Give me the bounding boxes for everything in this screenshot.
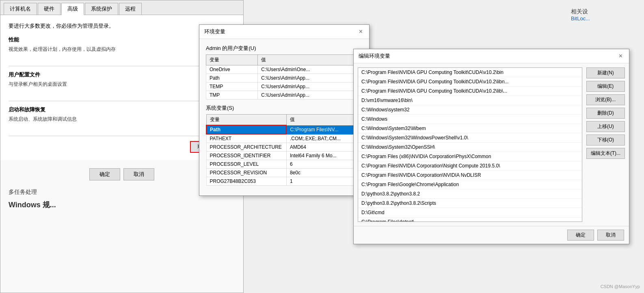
path-list-item[interactable]: C:\Program Files\NVIDIA Corporation\Nsig… (358, 161, 582, 171)
path-list-item[interactable]: C:\Program Files\NVIDIA GPU Computing To… (358, 68, 582, 77)
edit-env-footer: 确定 取消 (354, 226, 629, 244)
edit-buttons: 新建(N) 编辑(E) 浏览(B)... 删除(D) 上移(U) 下移(O) 编… (586, 67, 625, 222)
sys-vars-table: 变量 值 PathC:\Program Files\NV...PATHEXT.C… (206, 114, 363, 186)
tab-system-protection[interactable]: 系统保护 (85, 3, 118, 15)
env-dialog-title: 环境变量 (204, 28, 225, 35)
user-profile-desc: 与登录帐户相关的桌面设置 (9, 81, 67, 88)
performance-desc: 视觉效果，处理器计划，内存使用，以及虚拟内存 (9, 46, 116, 53)
path-list-item[interactable]: C:\Program Files\NVIDIA Corporation\NVID… (358, 171, 582, 180)
env-vars-dialog: 环境变量 × Admin 的用户变量(U) 变量 值 OneDriveC:\Us… (199, 24, 370, 196)
env-dialog-close[interactable]: × (357, 28, 364, 35)
edit-env-dialog: 编辑环境变量 × C:\Program Files\NVIDIA GPU Com… (353, 49, 629, 244)
windows-rules-label: Windows 规... (0, 200, 243, 210)
user-vars-label: Admin 的用户变量(U) (206, 45, 363, 52)
edit-path-btn[interactable]: 编辑(E) (586, 81, 625, 92)
user-var-col-header: 变量 (206, 55, 258, 65)
edit-env-close[interactable]: × (617, 52, 624, 60)
path-list-item[interactable]: D:\Git\cmd (358, 208, 582, 217)
delete-path-btn[interactable]: 删除(D) (586, 108, 625, 119)
path-list-item[interactable]: C:\Program Files\NVIDIA GPU Computing To… (358, 87, 582, 96)
path-list-item[interactable]: C:\Windows\system32 (358, 105, 582, 115)
user-val-col-header: 值 (258, 55, 363, 65)
path-list[interactable]: C:\Program Files\NVIDIA GPU Computing To… (358, 67, 582, 222)
path-list-item[interactable]: C:\Program Files\dotnet\ (358, 217, 582, 222)
user-vars-table: 变量 值 OneDriveC:\Users\Admin\One...PathC:… (206, 54, 363, 100)
tab-advanced[interactable]: 高级 (61, 3, 84, 15)
path-list-item[interactable]: C:\Program Files (x86)\NVIDIA Corporatio… (358, 152, 582, 161)
right-title: 相关设 (571, 8, 636, 15)
edit-env-cancel-btn[interactable]: 取消 (597, 230, 624, 241)
bitlocker-link[interactable]: BitLoc... (571, 15, 590, 22)
sys-var-row[interactable]: PROCESSOR_LEVEL6 (206, 160, 363, 169)
user-var-row[interactable]: TEMPC:\Users\Admin\App... (206, 82, 363, 91)
path-list-item[interactable]: C:\Windows\System32\WindowsPowerShell\v1… (358, 133, 582, 143)
env-dialog-content: Admin 的用户变量(U) 变量 值 OneDriveC:\Users\Adm… (199, 39, 369, 195)
path-list-item[interactable]: C:\Program Files\NVIDIA GPU Computing To… (358, 77, 582, 87)
path-list-item[interactable]: D:\python3.8.2\python3.8.2 (358, 189, 582, 199)
sys-var-col-header: 变量 (206, 115, 286, 126)
edit-env-title: 编辑环境变量 (359, 52, 390, 60)
sys-var-row[interactable]: PROCESSOR_IDENTIFIERIntel64 Family 6 Mo.… (206, 152, 363, 160)
sys-vars-label: 系统变量(S) (206, 104, 363, 112)
sys-var-row[interactable]: PATHEXT.COM;.EXE;.BAT;.CM... (206, 134, 363, 143)
sys-var-row[interactable]: PathC:\Program Files\NV... (206, 125, 363, 134)
path-list-item[interactable]: D:\python3.8.2\python3.8.2\Scripts (358, 199, 582, 208)
ok-button[interactable]: 确定 (89, 168, 120, 180)
sys-val-col-header: 值 (286, 115, 362, 126)
new-path-btn[interactable]: 新建(N) (586, 67, 625, 78)
user-var-row[interactable]: TMPC:\Users\Admin\App... (206, 91, 363, 100)
edit-env-content: C:\Program Files\NVIDIA GPU Computing To… (354, 63, 629, 226)
tab-computer-name[interactable]: 计算机名 (4, 3, 37, 15)
edit-env-titlebar: 编辑环境变量 × (354, 49, 629, 63)
startup-desc: 系统启动、系统故障和调试信息 (9, 116, 77, 123)
tabs-bar: 计算机名 硬件 高级 系统保护 远程 (0, 0, 243, 15)
sys-var-row[interactable]: PROCESSOR_ARCHITECTUREAMD64 (206, 143, 363, 152)
path-list-item[interactable]: D:\vm16\vmware16\bin\ (358, 96, 582, 105)
cancel-button[interactable]: 取消 (123, 168, 154, 180)
path-list-item[interactable]: C:\Program Files\Google\Chrome\Applicati… (358, 180, 582, 189)
user-var-row[interactable]: PathC:\Users\Admin\App... (206, 74, 363, 82)
edit-text-btn[interactable]: 编辑文本(T)... (586, 148, 625, 159)
edit-env-ok-btn[interactable]: 确定 (567, 230, 594, 241)
env-dialog-titlebar: 环境变量 × (199, 25, 369, 39)
move-up-btn[interactable]: 上移(U) (586, 121, 625, 132)
browse-path-btn[interactable]: 浏览(B)... (586, 94, 625, 105)
path-list-item[interactable]: C:\Windows\System32\Wbem (358, 124, 582, 133)
watermark: CSDN @MasonYyp (601, 284, 640, 289)
sys-var-row[interactable]: PROG27B48B2C0531 (206, 177, 363, 186)
path-list-item[interactable]: C:\Windows\System32\OpenSSH\ (358, 143, 582, 152)
user-var-row[interactable]: OneDriveC:\Users\Admin\One... (206, 65, 363, 74)
sys-var-row[interactable]: PROCESSOR_REVISION8e0c (206, 169, 363, 177)
move-down-btn[interactable]: 下移(O) (586, 135, 625, 145)
path-list-item[interactable]: C:\Windows (358, 115, 582, 124)
tab-hardware[interactable]: 硬件 (38, 3, 61, 15)
tab-remote[interactable]: 远程 (119, 3, 142, 15)
